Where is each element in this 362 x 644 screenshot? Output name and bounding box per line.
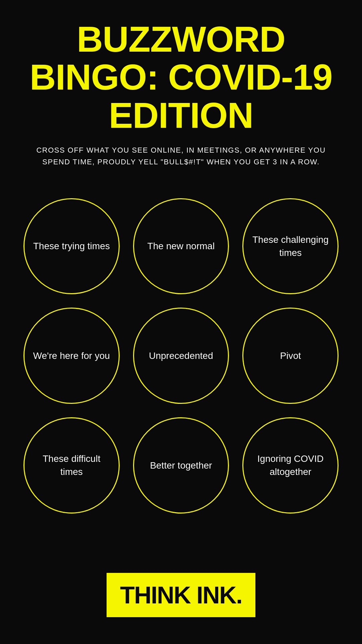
bingo-cell-4[interactable]: We're here for you <box>23 308 120 404</box>
bingo-cell-label-6: Pivot <box>280 349 301 362</box>
bingo-cell-2[interactable]: The new normal <box>133 198 229 294</box>
bingo-cell-label-1: These trying times <box>33 239 110 253</box>
bingo-cell-label-9: Ignoring COVID altogether <box>250 452 331 478</box>
bingo-cell-label-7: These difficult times <box>31 452 112 478</box>
footer: THINK INK. <box>107 553 255 644</box>
bingo-cell-7[interactable]: These difficult times <box>23 417 120 514</box>
logo-line1: THINK <box>120 582 190 608</box>
logo-box: THINK INK. <box>107 573 255 617</box>
bingo-cell-5[interactable]: Unprecedented <box>133 308 229 404</box>
logo-text: THINK INK. <box>120 583 242 607</box>
bingo-grid: These trying timesThe new normalThese ch… <box>0 181 362 530</box>
bingo-cell-8[interactable]: Better together <box>133 417 229 514</box>
bingo-cell-6[interactable]: Pivot <box>242 308 339 404</box>
subtitle: CROSS OFF WHAT YOU SEE ONLINE, IN MEETIN… <box>20 144 342 168</box>
logo-line2: INK. <box>196 582 242 608</box>
bingo-cell-label-5: Unprecedented <box>149 349 213 362</box>
bingo-cell-label-2: The new normal <box>147 239 215 253</box>
bingo-cell-label-4: We're here for you <box>33 349 110 362</box>
bingo-cell-1[interactable]: These trying times <box>23 198 120 294</box>
bingo-cell-3[interactable]: These challenging times <box>242 198 339 294</box>
main-title: BUZZWORD BINGO: COVID-19 EDITION <box>20 20 342 134</box>
bingo-cell-label-8: Better together <box>150 459 212 472</box>
header: BUZZWORD BINGO: COVID-19 EDITION CROSS O… <box>0 0 362 175</box>
bingo-cell-label-3: These challenging times <box>250 233 331 259</box>
bingo-cell-9[interactable]: Ignoring COVID altogether <box>242 417 339 514</box>
